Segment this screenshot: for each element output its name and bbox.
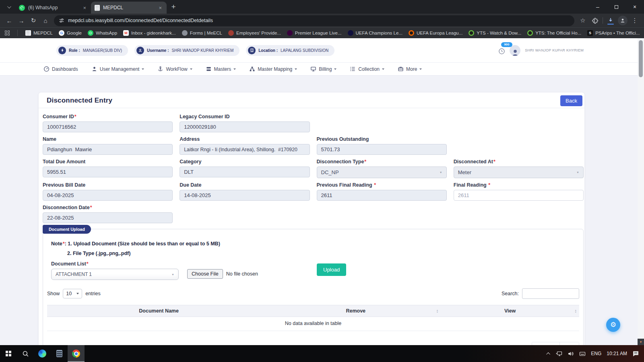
profile-button[interactable] [617, 15, 629, 26]
file-input[interactable]: Choose File No file chosen [187, 269, 258, 279]
previous-outstanding-input[interactable] [317, 144, 447, 155]
nav-masters[interactable]: Masters [206, 66, 236, 72]
document-upload-section: Document Upload Note*: 1. Upload Documen… [43, 229, 584, 345]
nav-collection[interactable]: Collection [350, 66, 384, 72]
language-indicator[interactable]: ENG [591, 351, 601, 356]
bookmark-star-icon[interactable]: ☆ [577, 15, 589, 26]
tab-search-button[interactable] [3, 2, 14, 12]
nav-label: Masters [214, 66, 231, 72]
nav-master-mapping[interactable]: Master Mapping [249, 66, 297, 72]
maximize-button[interactable] [607, 0, 625, 14]
settings-fab-button[interactable]: ⚙ [606, 318, 620, 332]
chevron-down-icon [7, 4, 11, 8]
total-due-amount-input[interactable] [43, 167, 173, 177]
address-bar[interactable]: mepdcl.ubs.ieasybill.com/DiconnectedDet/… [54, 15, 574, 26]
document-list-select[interactable]: ATTACHMENT 1▼ [51, 269, 179, 280]
reload-button[interactable]: ↻ [27, 15, 39, 26]
menu-kebab-button[interactable]: ⋮ [629, 15, 641, 26]
extensions-icon[interactable] [589, 15, 601, 26]
taskbar-calculator-button[interactable] [51, 345, 68, 362]
document-list-row: Document List* ATTACHMENT 1▼ Choose File… [47, 261, 579, 280]
name-input[interactable] [43, 144, 173, 155]
bookmark-uefa-el[interactable]: UEFA Europa Leagu... [409, 30, 462, 36]
taskbar-chrome-button[interactable] [68, 345, 85, 362]
tab-close-icon[interactable]: × [157, 5, 163, 11]
field-previous-outstanding: Previous Outstanding [317, 136, 447, 155]
bookmark-yts-watch[interactable]: YTS - Watch & Dow... [469, 30, 521, 36]
close-button[interactable]: × [625, 0, 644, 14]
chevron-down-icon [190, 68, 192, 70]
disconnection-date-input[interactable] [43, 212, 173, 223]
network-icon[interactable] [555, 351, 562, 357]
next-page-button[interactable]: Next [559, 342, 579, 345]
new-tab-button[interactable]: + [168, 2, 179, 12]
back-button[interactable]: ← [3, 15, 15, 26]
field-disconnected-at: Disconnected At* Meter▼ [454, 159, 584, 178]
taskbar-search-button[interactable] [17, 345, 34, 362]
nav-user-management[interactable]: User Management [91, 66, 144, 72]
taskbar-edge-button[interactable] [34, 345, 51, 362]
uefa-el-favicon-icon [409, 30, 414, 36]
back-button[interactable]: Back [560, 95, 582, 106]
chevron-down-icon [382, 68, 384, 70]
scroll-down-button[interactable]: ▼ [638, 339, 644, 345]
previous-bill-date-input[interactable] [43, 190, 173, 201]
search-input[interactable] [522, 288, 579, 299]
search-group: Search: [502, 288, 579, 299]
tray-expand-icon[interactable] [546, 352, 550, 356]
bookmark-psarips[interactable]: SPSArips • The Offici... [587, 30, 640, 36]
column-view[interactable]: View ▲▼ [441, 308, 579, 314]
page-size-select[interactable]: 10 [63, 289, 82, 298]
scrollbar-thumb[interactable] [639, 40, 643, 77]
tab-mepdcl[interactable]: MEPDCL × [91, 2, 167, 14]
action-center-icon[interactable] [632, 350, 639, 357]
due-date-input[interactable] [180, 190, 310, 201]
bookmark-mepdcl[interactable]: MEPDCL [25, 30, 53, 36]
bookmark-uefa-cl[interactable]: UEFA Champions Le... [348, 30, 402, 36]
column-remove[interactable]: Remove ▲▼ [270, 308, 441, 314]
vertical-scrollbar[interactable]: ▼ [638, 38, 644, 345]
nav-dashboards[interactable]: Dashboards [43, 66, 78, 72]
bookmark-premier-league[interactable]: Premier League Live... [287, 30, 342, 36]
tab-close-icon[interactable]: × [82, 5, 87, 11]
apps-grid-icon[interactable] [5, 31, 10, 35]
forward-button[interactable]: → [15, 15, 27, 26]
download-progress-icon [607, 24, 614, 25]
site-settings-icon[interactable] [59, 18, 64, 23]
upload-button[interactable]: Upload [317, 263, 346, 276]
touch-keyboard-icon[interactable] [579, 351, 586, 357]
category-input[interactable] [180, 167, 310, 177]
volume-icon[interactable] [568, 351, 574, 357]
downloads-button[interactable] [605, 15, 617, 26]
bookmark-inbox[interactable]: MInbox - gideonkhark... [123, 30, 176, 36]
home-button[interactable]: ⌂ [39, 15, 52, 26]
bookmark-yts-official[interactable]: YTS: The Official Ho... [527, 30, 581, 36]
disconnected-at-select[interactable]: Meter▼ [454, 167, 584, 178]
bookmark-google[interactable]: GGoogle [59, 30, 82, 36]
final-reading-input[interactable] [454, 190, 584, 201]
notifications-button[interactable]: 900 [498, 45, 505, 56]
nav-billing[interactable]: Billing [310, 66, 336, 72]
previous-page-button[interactable]: Previous [532, 342, 560, 345]
tab-whatsapp[interactable]: (6) WhatsApp × [15, 2, 91, 14]
minimize-button[interactable]: – [588, 0, 607, 14]
consumer-id-input[interactable] [43, 121, 173, 132]
bookmark-epf[interactable]: Employees' Provide... [228, 30, 281, 36]
taskbar-clock[interactable]: 10:21 AM [607, 351, 627, 356]
bookmark-forms[interactable]: Forms | MeECL [182, 30, 222, 36]
choose-file-button[interactable]: Choose File [187, 269, 223, 279]
caret-down-icon: ▼ [171, 273, 174, 276]
address-input[interactable] [180, 144, 310, 155]
disconnection-type-select[interactable]: DC_NP▼ [317, 167, 447, 178]
legacy-consumer-id-input[interactable] [180, 121, 310, 132]
nav-workflow[interactable]: WorkFlow [157, 66, 192, 72]
start-button[interactable] [0, 345, 17, 362]
forms-favicon-icon [182, 30, 188, 36]
previous-final-reading-input[interactable] [317, 190, 447, 201]
location-label: Location : [258, 48, 278, 53]
sitemap-icon [249, 66, 255, 72]
bookmark-whatsapp[interactable]: WhatsApp [88, 30, 117, 36]
nav-more[interactable]: More [398, 66, 422, 72]
column-document-name[interactable]: Document Name [47, 308, 270, 314]
documents-table: Document Name Remove ▲▼ View ▲▼ No data … [47, 305, 579, 331]
